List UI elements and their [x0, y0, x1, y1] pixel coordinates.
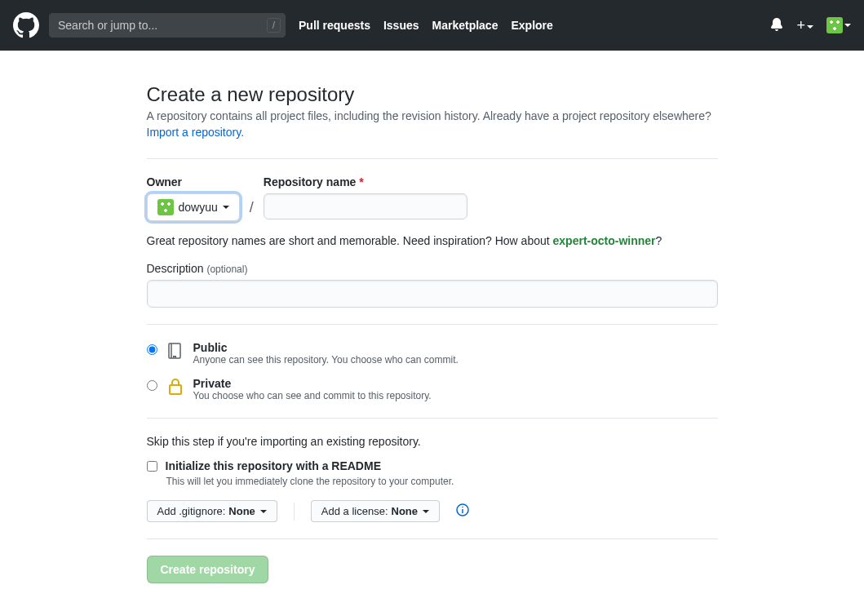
gitignore-prefix: Add .gitignore:	[157, 505, 226, 517]
caret-down-icon	[223, 206, 229, 209]
private-lock-icon	[166, 377, 185, 399]
visibility-private-radio[interactable]	[147, 380, 157, 391]
header-right: +	[770, 17, 851, 34]
visibility-public-radio[interactable]	[147, 344, 157, 355]
gitignore-value: None	[228, 505, 255, 517]
optional-hint: (optional)	[206, 264, 247, 275]
search-wrap: /	[49, 13, 286, 38]
readme-check-row: Initialize this repository with a README	[147, 459, 718, 472]
public-repo-icon	[166, 341, 185, 363]
page-title: Create a new repository	[147, 83, 718, 106]
github-mark-icon	[13, 12, 39, 38]
divider	[147, 324, 718, 325]
readme-label: Initialize this repository with a README	[166, 459, 381, 472]
caret-down-icon	[423, 510, 429, 513]
name-suggestion-link[interactable]: expert-octo-winner	[553, 234, 656, 247]
readme-checkbox[interactable]	[147, 461, 157, 472]
slash-separator: /	[250, 199, 254, 216]
description-input[interactable]	[147, 280, 718, 308]
license-dropdown[interactable]: Add a license: None	[311, 500, 440, 522]
svg-rect-2	[170, 385, 181, 394]
owner-column: Owner dowyuu	[147, 175, 240, 221]
user-menu[interactable]	[826, 17, 851, 33]
license-info-icon[interactable]	[456, 503, 469, 519]
public-label: Public	[193, 341, 459, 354]
main-content: Create a new repository A repository con…	[147, 51, 718, 616]
import-repository-link[interactable]: Import a repository.	[147, 126, 245, 139]
readme-desc: This will let you immediately clone the …	[166, 476, 718, 487]
gitignore-dropdown[interactable]: Add .gitignore: None	[147, 500, 277, 522]
bell-icon	[770, 18, 783, 31]
nav-pull-requests[interactable]: Pull requests	[299, 19, 370, 32]
main-nav: Pull requests Issues Marketplace Explore	[299, 19, 553, 32]
owner-avatar-icon	[157, 199, 174, 215]
private-text: Private You choose who can see and commi…	[193, 377, 432, 401]
private-desc: You choose who can see and commit to thi…	[193, 390, 432, 401]
skip-text: Skip this step if you're importing an ex…	[147, 435, 718, 448]
search-input[interactable]	[49, 13, 286, 38]
public-text: Public Anyone can see this repository. Y…	[193, 341, 459, 366]
github-logo[interactable]	[13, 12, 39, 38]
nav-issues[interactable]: Issues	[383, 19, 419, 32]
license-value: None	[392, 505, 419, 517]
owner-picker[interactable]: dowyuu	[147, 193, 240, 221]
owner-label: Owner	[147, 175, 240, 188]
create-repository-button[interactable]: Create repository	[147, 556, 269, 583]
dropdown-group: Add .gitignore: None Add a license: None	[147, 500, 718, 522]
visibility-private-row: Private You choose who can see and commi…	[147, 377, 718, 401]
caret-down-icon	[260, 510, 267, 513]
slash-key-hint: /	[267, 18, 281, 33]
repo-name-tip: Great repository names are short and mem…	[147, 234, 718, 247]
info-icon	[456, 503, 469, 516]
nav-explore[interactable]: Explore	[511, 19, 552, 32]
private-label: Private	[193, 377, 432, 390]
vertical-divider	[294, 503, 295, 521]
avatar-icon	[826, 17, 843, 33]
svg-point-5	[462, 507, 463, 508]
public-desc: Anyone can see this repository. You choo…	[193, 354, 459, 366]
caret-down-icon	[807, 25, 813, 29]
create-new-menu[interactable]: +	[796, 17, 813, 34]
page-lead: A repository contains all project files,…	[147, 109, 718, 122]
license-prefix: Add a license:	[321, 505, 388, 517]
owner-name: dowyuu	[179, 201, 218, 214]
repo-name-label: Repository name *	[264, 175, 467, 188]
nav-marketplace[interactable]: Marketplace	[432, 19, 498, 32]
divider	[147, 158, 718, 159]
divider	[147, 418, 718, 419]
visibility-public-row: Public Anyone can see this repository. Y…	[147, 341, 718, 366]
required-asterisk: *	[359, 175, 363, 188]
owner-name-row: Owner dowyuu / Repository name *	[147, 175, 718, 221]
top-header: / Pull requests Issues Marketplace Explo…	[0, 0, 864, 51]
plus-icon: +	[796, 17, 805, 33]
notifications-icon[interactable]	[770, 18, 783, 33]
description-label: Description (optional)	[147, 262, 248, 275]
repo-name-input[interactable]	[264, 193, 467, 219]
divider	[147, 538, 718, 539]
caret-down-icon	[844, 24, 851, 27]
repo-name-column: Repository name *	[264, 175, 467, 219]
